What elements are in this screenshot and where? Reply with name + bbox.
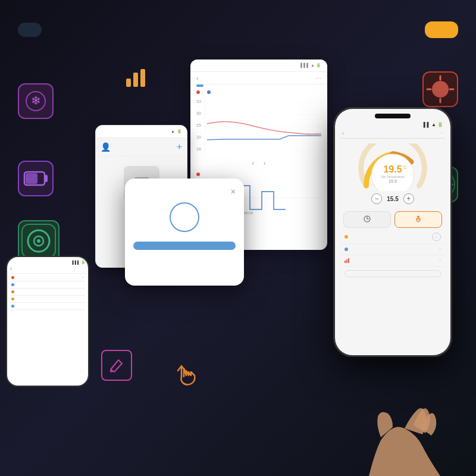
battery-dot [11,298,14,300]
chart-more-icon: ⋯ [315,75,321,82]
feature-edit [101,350,132,381]
main-more-icon: ⋯ [438,130,443,136]
tempscale-dot [11,283,14,286]
svg-text:°C: °C [402,165,407,170]
chart-tabs [190,84,327,87]
statistics-icon [119,60,155,95]
battery-icon-small: 🔋 [177,129,182,134]
edit-icon [101,350,132,381]
svg-rect-61 [348,258,349,263]
temp-decrease-btn[interactable]: − [371,193,382,204]
svg-text:16:00: 16:00 [244,211,253,215]
header [0,0,476,60]
popup-close-btn[interactable]: × [231,187,236,196]
mode-buttons [343,211,442,228]
svg-rect-59 [345,261,346,263]
svg-rect-18 [45,175,48,182]
touch-icon [167,357,202,393]
logo-box [18,23,42,37]
temperature-gauge: 19.5 °C Set Temperature 15.5 [357,143,428,191]
add-device-popup: × [125,178,244,286]
svg-rect-3 [133,73,138,87]
settings-item-tempcalib [10,303,85,310]
nooning-icon [422,71,458,107]
tempcalib-dot [11,305,14,308]
battery-icon-main: 🔋 [437,122,443,127]
main-phone-screen: ▌▌ ▲ 🔋 ‹ ⋯ 19.5 °C Set Temperature [335,109,450,355]
svg-point-12 [432,81,449,98]
menu-child-lock: ○ [340,230,446,244]
temp-display: 15.5 [387,196,398,202]
advanced-settings-dot [345,248,348,251]
popup-header: × [133,187,236,196]
svg-text:30: 30 [196,111,201,115]
settings-item-battery [10,296,85,303]
settings-header: ▌▌▌ 🔋 [10,260,85,264]
menu-statistics[interactable]: › [340,255,446,267]
tab-day[interactable] [196,84,203,87]
output-label [196,173,202,176]
chart-date: ‹ › [190,156,327,170]
settings-item-weekly[interactable] [10,289,85,296]
svg-text:15.5: 15.5 [389,179,397,184]
svg-text:19.5: 19.5 [383,164,402,174]
child-lock-toggle[interactable]: ○ [432,233,441,241]
svg-rect-4 [140,69,145,87]
auto-mode-btn[interactable] [343,211,391,228]
battery-icon [18,161,54,196]
popup-device [133,202,236,236]
legend-set-dot [207,90,211,94]
tab-month[interactable] [208,84,215,87]
feature-battery [18,161,54,200]
legend-current-dot [196,90,200,94]
user-icon: 👤 [101,142,111,152]
popup-add-button[interactable] [133,242,236,250]
off-button[interactable] [345,270,441,277]
feature-touch [167,357,202,393]
svg-text:25: 25 [196,123,201,127]
svg-text:❄: ❄ [31,94,41,107]
chart-signal-icons: ▌▌▌ ▲ 🔋 [300,63,321,68]
phone-notch [375,114,411,118]
main-phone-mockup: ▌▌ ▲ 🔋 ‹ ⋯ 19.5 °C Set Temperature [333,107,452,357]
svg-rect-19 [26,173,37,184]
chart-prev-btn[interactable]: ‹ [252,160,254,167]
frost-toggle[interactable]: ○ [82,275,84,279]
temp-increase-btn[interactable]: + [403,193,414,204]
chart-legend [190,90,327,95]
chart-header: ▌▌▌ ▲ 🔋 [190,60,327,72]
add-device-header: ▲ 🔋 [96,126,187,138]
svg-line-32 [111,371,113,372]
settings-item-tempscale [10,281,85,289]
main-phone-header: ▌▌ ▲ 🔋 [340,121,446,129]
svg-rect-2 [126,79,131,87]
svg-rect-60 [346,259,347,263]
svg-text:20: 20 [196,135,201,139]
add-device-btn[interactable]: + [177,142,182,152]
settings-item-frost: ○ [10,274,85,281]
statistics-menu-arrow: › [439,258,441,264]
feature-frost-protection: ❄ [18,83,54,123]
statistics-menu-icon [345,258,349,263]
frost-dot [11,276,14,279]
chart-next-btn[interactable]: › [264,160,265,167]
menu-advanced-settings[interactable]: › [340,244,446,255]
wifi-icon: ▲ [171,129,175,134]
output-dot [196,173,200,176]
wifi-icon-main: ▲ [431,122,436,127]
legend-set [207,90,212,95]
add-device-icons: ▲ 🔋 [171,129,182,134]
chart-title [198,74,315,82]
svg-text:16: 16 [196,147,201,151]
app-title-box [425,21,458,38]
svg-point-30 [37,239,40,243]
status-icons: ▌▌ ▲ 🔋 [424,122,443,127]
device-icon [170,202,199,232]
weekly-dot [11,290,14,293]
child-lock-menu-dot [345,235,348,239]
back-btn-main[interactable]: ‹ [342,130,344,136]
legend-current [196,90,201,95]
signal-icon: ▌▌ [424,122,430,127]
svg-text:33: 33 [196,99,201,104]
manual-mode-btn[interactable] [394,211,442,228]
